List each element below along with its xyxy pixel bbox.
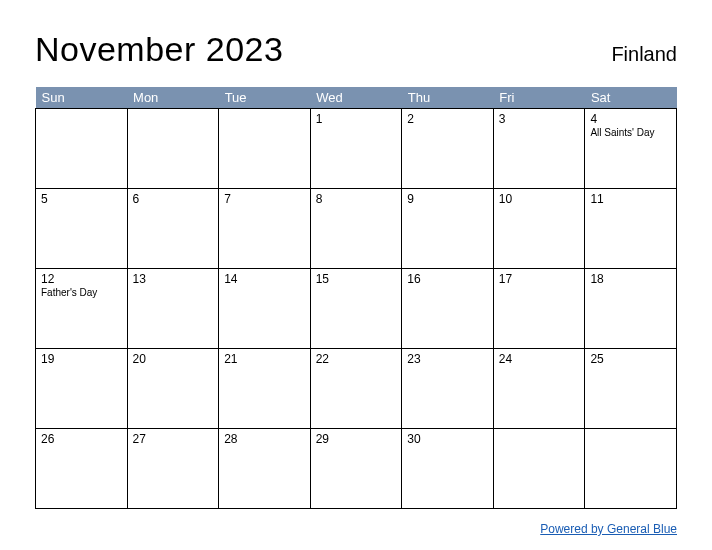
weekday-mon: Mon (127, 87, 219, 109)
day-number: 22 (316, 352, 397, 366)
weekday-header-row: Sun Mon Tue Wed Thu Fri Sat (36, 87, 677, 109)
calendar-day-cell: 22 (310, 349, 402, 429)
calendar-day-cell (219, 109, 311, 189)
calendar-day-cell: 12Father's Day (36, 269, 128, 349)
calendar-day-cell: 26 (36, 429, 128, 509)
calendar-day-cell: 11 (585, 189, 677, 269)
calendar-day-cell: 15 (310, 269, 402, 349)
day-number: 30 (407, 432, 488, 446)
calendar-day-cell: 2 (402, 109, 494, 189)
day-number: 9 (407, 192, 488, 206)
day-number: 26 (41, 432, 122, 446)
calendar-day-cell: 10 (493, 189, 585, 269)
day-number: 11 (590, 192, 671, 206)
calendar-day-cell: 25 (585, 349, 677, 429)
day-number: 13 (133, 272, 214, 286)
calendar-day-cell: 8 (310, 189, 402, 269)
day-number: 18 (590, 272, 671, 286)
calendar-day-cell: 21 (219, 349, 311, 429)
calendar-title: November 2023 (35, 30, 283, 69)
weekday-tue: Tue (219, 87, 311, 109)
calendar-week-row: 1234All Saints' Day (36, 109, 677, 189)
calendar-day-cell: 20 (127, 349, 219, 429)
day-event: All Saints' Day (590, 127, 671, 138)
calendar-day-cell: 16 (402, 269, 494, 349)
calendar-day-cell (585, 429, 677, 509)
calendar-day-cell: 5 (36, 189, 128, 269)
calendar-day-cell: 30 (402, 429, 494, 509)
weekday-sun: Sun (36, 87, 128, 109)
calendar-day-cell: 29 (310, 429, 402, 509)
calendar-day-cell: 24 (493, 349, 585, 429)
calendar-day-cell: 7 (219, 189, 311, 269)
calendar-day-cell (493, 429, 585, 509)
day-number: 16 (407, 272, 488, 286)
calendar-day-cell: 4All Saints' Day (585, 109, 677, 189)
powered-by-link[interactable]: Powered by General Blue (540, 522, 677, 536)
calendar-week-row: 2627282930 (36, 429, 677, 509)
calendar-day-cell: 1 (310, 109, 402, 189)
day-number: 8 (316, 192, 397, 206)
day-number: 1 (316, 112, 397, 126)
day-number: 29 (316, 432, 397, 446)
calendar-day-cell: 6 (127, 189, 219, 269)
calendar-day-cell: 23 (402, 349, 494, 429)
day-number: 12 (41, 272, 122, 286)
calendar-day-cell: 27 (127, 429, 219, 509)
calendar-body: 1234All Saints' Day56789101112Father's D… (36, 109, 677, 509)
day-number: 4 (590, 112, 671, 126)
calendar-day-cell: 14 (219, 269, 311, 349)
day-number: 5 (41, 192, 122, 206)
day-number: 25 (590, 352, 671, 366)
day-number: 7 (224, 192, 305, 206)
weekday-sat: Sat (585, 87, 677, 109)
day-number: 21 (224, 352, 305, 366)
calendar-day-cell (127, 109, 219, 189)
calendar-day-cell: 17 (493, 269, 585, 349)
day-event: Father's Day (41, 287, 122, 298)
day-number: 15 (316, 272, 397, 286)
calendar-day-cell: 18 (585, 269, 677, 349)
calendar-week-row: 12Father's Day131415161718 (36, 269, 677, 349)
calendar-header: November 2023 Finland (35, 30, 677, 69)
calendar-week-row: 567891011 (36, 189, 677, 269)
calendar-day-cell: 9 (402, 189, 494, 269)
calendar-day-cell: 28 (219, 429, 311, 509)
day-number: 24 (499, 352, 580, 366)
day-number: 2 (407, 112, 488, 126)
calendar-day-cell: 3 (493, 109, 585, 189)
calendar-day-cell (36, 109, 128, 189)
day-number: 17 (499, 272, 580, 286)
weekday-fri: Fri (493, 87, 585, 109)
day-number: 6 (133, 192, 214, 206)
day-number: 20 (133, 352, 214, 366)
calendar-grid: Sun Mon Tue Wed Thu Fri Sat 1234All Sain… (35, 87, 677, 509)
calendar-day-cell: 19 (36, 349, 128, 429)
calendar-day-cell: 13 (127, 269, 219, 349)
day-number: 14 (224, 272, 305, 286)
calendar-region: Finland (611, 43, 677, 66)
day-number: 23 (407, 352, 488, 366)
weekday-thu: Thu (402, 87, 494, 109)
weekday-wed: Wed (310, 87, 402, 109)
day-number: 10 (499, 192, 580, 206)
day-number: 28 (224, 432, 305, 446)
calendar-week-row: 19202122232425 (36, 349, 677, 429)
day-number: 3 (499, 112, 580, 126)
calendar-footer: Powered by General Blue (35, 519, 677, 537)
day-number: 19 (41, 352, 122, 366)
day-number: 27 (133, 432, 214, 446)
